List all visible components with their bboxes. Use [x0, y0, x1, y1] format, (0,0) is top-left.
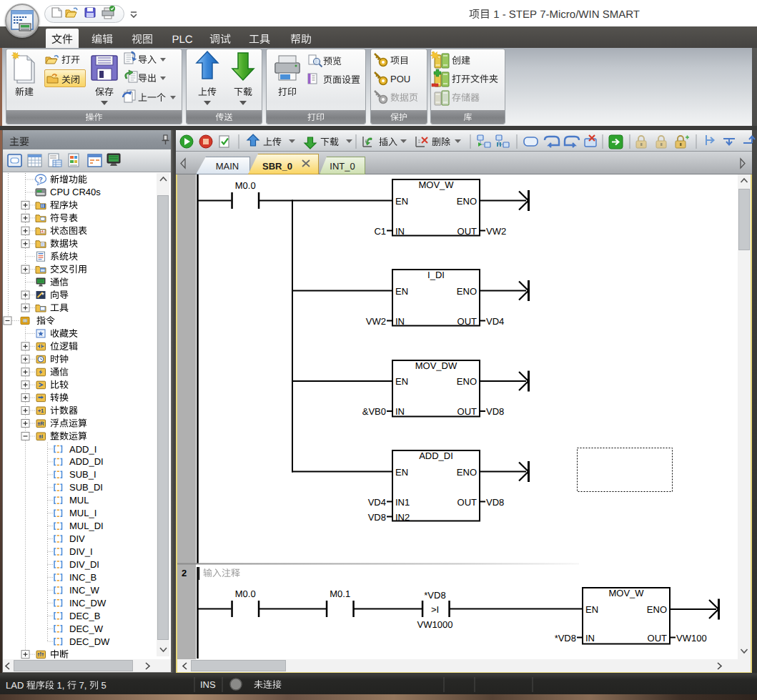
svg-text:±R: ±R [37, 420, 44, 427]
svg-text:ADD_I: ADD_I [69, 444, 97, 455]
svg-text:POU: POU [390, 74, 410, 84]
svg-text:M0.1: M0.1 [330, 588, 350, 599]
svg-text:?: ? [39, 176, 43, 183]
svg-text:INT_0: INT_0 [330, 161, 355, 172]
svg-text:+1: +1 [38, 408, 44, 414]
svg-text:LAD: LAD [6, 680, 26, 691]
svg-text:MAIN: MAIN [216, 161, 239, 172]
svg-text:SBR_0: SBR_0 [262, 161, 292, 172]
svg-text:OUT: OUT [648, 633, 668, 644]
svg-text:DIV_I: DIV_I [69, 546, 93, 557]
svg-text:2: 2 [182, 568, 187, 578]
svg-text:ENO: ENO [457, 286, 477, 297]
svg-text:OUT: OUT [457, 497, 478, 508]
svg-text:OUT: OUT [457, 406, 478, 417]
svg-text:M0.0: M0.0 [235, 180, 256, 191]
svg-text:1 - STEP 7-Micro/WIN SMART: 1 - STEP 7-Micro/WIN SMART [490, 9, 640, 21]
svg-text:M0.0: M0.0 [235, 588, 256, 599]
svg-text:ENO: ENO [647, 604, 667, 615]
svg-text:SUB_I: SUB_I [69, 469, 97, 480]
svg-text:1,: 1, [54, 680, 67, 691]
svg-text:ENO: ENO [457, 196, 477, 207]
svg-text:CPU CR40s: CPU CR40s [50, 187, 101, 197]
svg-text:VW2: VW2 [366, 316, 386, 327]
svg-text:EN: EN [395, 467, 408, 478]
svg-text:5: 5 [99, 680, 107, 691]
svg-text:>I: >I [431, 604, 439, 615]
svg-text:±I: ±I [39, 433, 43, 440]
svg-text:IN2: IN2 [395, 512, 410, 523]
svg-text:EN: EN [395, 196, 408, 207]
svg-text:ADD_DI: ADD_DI [69, 456, 104, 467]
svg-text:INS: INS [200, 679, 216, 690]
svg-text:INC_B: INC_B [69, 572, 97, 583]
svg-text:INC_W: INC_W [69, 585, 100, 596]
svg-text:INC_DW: INC_DW [69, 598, 107, 608]
svg-text:IN: IN [395, 406, 405, 417]
svg-text:DEC_B: DEC_B [69, 611, 100, 621]
svg-text:PLC: PLC [172, 34, 192, 46]
svg-text:VW100: VW100 [676, 633, 707, 644]
svg-text:MOV_DW: MOV_DW [415, 360, 457, 371]
svg-text:IN1: IN1 [395, 497, 410, 508]
svg-text:VD4: VD4 [486, 316, 504, 327]
svg-text:MOV_W: MOV_W [418, 179, 454, 190]
svg-text:MUL_I: MUL_I [69, 508, 97, 518]
svg-text:7,: 7, [76, 680, 89, 691]
svg-text:OUT: OUT [457, 226, 478, 237]
svg-text:IN: IN [395, 226, 405, 237]
svg-text:IN: IN [395, 316, 405, 327]
svg-text:&VB0: &VB0 [362, 406, 386, 417]
svg-text:VW1000: VW1000 [417, 619, 453, 630]
svg-text:VD8: VD8 [486, 497, 504, 508]
svg-text:MUL: MUL [69, 495, 89, 506]
svg-text:*VD8: *VD8 [424, 590, 445, 601]
svg-text:DEC_W: DEC_W [69, 623, 104, 634]
svg-text:EN: EN [585, 604, 598, 615]
svg-text:EN: EN [395, 376, 408, 387]
svg-text:VD8: VD8 [368, 512, 386, 523]
svg-text:ENO: ENO [457, 376, 477, 387]
svg-text:ADD_DI: ADD_DI [419, 450, 453, 461]
svg-text:DIV: DIV [69, 533, 85, 544]
svg-text:IN: IN [585, 633, 595, 644]
svg-text:I_DI: I_DI [427, 270, 445, 280]
svg-text:MUL_DI: MUL_DI [69, 521, 104, 531]
svg-text:DEC_DW: DEC_DW [69, 636, 110, 647]
svg-text:OUT: OUT [457, 316, 478, 327]
svg-text:DIV_DI: DIV_DI [69, 559, 99, 570]
svg-text:C1: C1 [374, 226, 386, 237]
svg-text:VW2: VW2 [486, 226, 506, 237]
svg-text:SUB_DI: SUB_DI [69, 482, 103, 493]
svg-text:*VD8: *VD8 [555, 633, 576, 644]
svg-text:VD4: VD4 [368, 497, 386, 508]
svg-text:VD8: VD8 [486, 406, 504, 417]
svg-text:EN: EN [395, 286, 408, 297]
svg-text:MOV_W: MOV_W [608, 588, 644, 598]
svg-text:ENO: ENO [457, 467, 477, 478]
